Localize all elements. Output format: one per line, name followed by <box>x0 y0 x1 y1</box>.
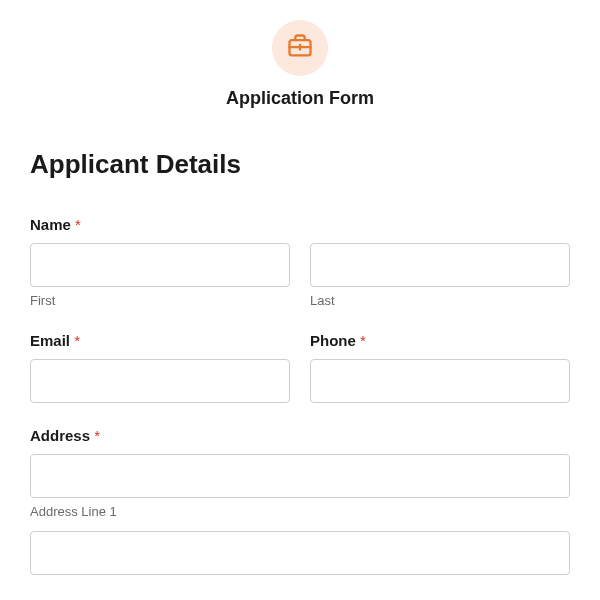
name-field-group: Name * First Last <box>30 216 570 308</box>
address-required-indicator: * <box>94 427 100 444</box>
phone-input[interactable] <box>310 359 570 403</box>
section-heading: Applicant Details <box>30 149 570 180</box>
last-name-input[interactable] <box>310 243 570 287</box>
form-title: Application Form <box>30 88 570 109</box>
name-required-indicator: * <box>75 216 81 233</box>
phone-label: Phone * <box>310 332 570 349</box>
form-container: Application Form Applicant Details Name … <box>0 0 600 575</box>
address-field-group: Address * Address Line 1 <box>30 427 570 575</box>
briefcase-icon-wrapper <box>272 20 328 76</box>
name-label: Name * <box>30 216 570 233</box>
first-name-sublabel: First <box>30 293 290 308</box>
address-line2-wrapper <box>30 531 570 575</box>
first-name-col: First <box>30 243 290 308</box>
email-label-text: Email <box>30 332 70 349</box>
address-line1-sublabel: Address Line 1 <box>30 504 570 519</box>
form-header: Application Form <box>30 20 570 109</box>
address-line1-input[interactable] <box>30 454 570 498</box>
phone-required-indicator: * <box>360 332 366 349</box>
phone-field-group: Phone * <box>310 332 570 403</box>
email-label: Email * <box>30 332 290 349</box>
briefcase-icon <box>286 32 314 64</box>
address-label: Address * <box>30 427 570 444</box>
address-label-text: Address <box>30 427 90 444</box>
address-line2-input[interactable] <box>30 531 570 575</box>
email-required-indicator: * <box>74 332 80 349</box>
phone-label-text: Phone <box>310 332 356 349</box>
email-input[interactable] <box>30 359 290 403</box>
last-name-col: Last <box>310 243 570 308</box>
address-line1-wrapper: Address Line 1 <box>30 454 570 519</box>
name-label-text: Name <box>30 216 71 233</box>
last-name-sublabel: Last <box>310 293 570 308</box>
email-phone-row: Email * Phone * <box>30 332 570 427</box>
first-name-input[interactable] <box>30 243 290 287</box>
name-row: First Last <box>30 243 570 308</box>
email-field-group: Email * <box>30 332 290 403</box>
